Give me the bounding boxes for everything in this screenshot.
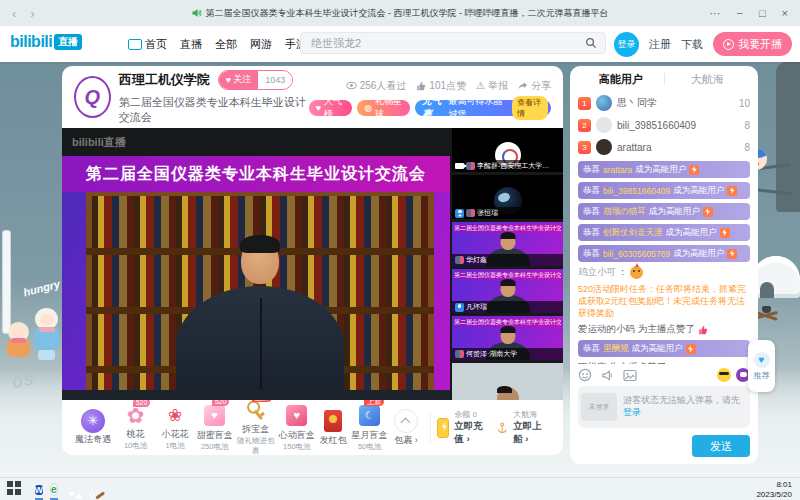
high-energy-rank-badge: 2 [578,119,591,132]
flower-icon: ✿ [124,404,148,428]
register-link[interactable]: 注册 [649,37,671,52]
activity-notice: 520活动限时任务：任务即将结束，抓紧完成获取2元红包奖励吧！未完成任务将无法获… [578,283,750,319]
taskbar-browser[interactable]: e [50,479,58,500]
gift-heart-box[interactable]: ♥ 心动盲盒 150电池 [277,403,317,452]
send-button[interactable]: 发送 [692,435,750,457]
taskbar-word[interactable]: W [35,479,44,500]
flame-icon: ♥ [316,103,321,113]
collapse-gifts-button[interactable] [394,409,418,433]
speaker-person [241,238,279,284]
streamer-avatar[interactable]: Q [74,76,111,118]
clock-date: 2023/5/20 [756,490,792,500]
red-envelope-icon [321,410,345,434]
high-energy-badge-icon [703,207,713,217]
like-count[interactable]: 101点赞 [416,79,466,93]
rose-icon: ❀ [163,404,187,428]
report-button[interactable]: ⚠举报 [476,79,508,93]
start-button[interactable] [7,481,21,498]
participant-thumbnail[interactable]: 第二届全国仪器类专业本科生毕业设计交流会 华灯鑫 [452,222,563,266]
desk-edge [62,390,450,400]
eye-icon [346,81,357,90]
image-icon[interactable] [623,369,637,382]
board-button[interactable]: 立即上船 › [513,420,547,446]
minimize-icon[interactable]: − [736,7,742,19]
participant-thumbnails: 李醒群-西安理工大学… 张恒瑞 第二届全国仪器类专业本科生毕业设计交流会 华灯鑫… [452,128,563,400]
gift-star-moon-box[interactable]: 上新 ☾ 星月盲盒 50电池 [350,403,390,452]
forward-icon[interactable]: › [30,6,34,21]
user-name: arattara [617,142,651,153]
recommend-float-widget[interactable]: ♥ 推荐 [748,340,775,392]
close-icon[interactable]: × [782,7,788,19]
share-button[interactable]: 分享 [518,79,551,93]
igloo-decor [752,256,800,298]
login-button[interactable]: 登录 [614,32,639,57]
nav-all[interactable]: 全部 [215,37,237,52]
tv-icon [128,39,142,50]
congrats-banner: 恭喜bili_60305605769成为高能用户 [578,245,750,262]
gift-treasure-key[interactable]: 上新 拆宝盒 随礼物进包裹 [234,399,277,455]
congrats-banner: 恭喜arattara成为高能用户 [578,161,750,178]
participant-thumbnail[interactable]: 张恒瑞 [452,175,563,219]
danmaku-input-box[interactable]: 未登录 游客状态无法输入弹幕，请先登录 [578,386,750,428]
event-banner[interactable]: 元气赛最高可得水晶城堡查看详情 [415,100,551,116]
thumb-up-icon [416,81,426,91]
participant-thumbnail[interactable] [452,363,563,400]
congrats-banner: 恭喜创殿仗剑走天涯成为高能用户 [578,224,750,241]
camera-icon [455,163,464,169]
high-energy-badge-icon [727,249,737,259]
participant-thumbnail[interactable]: 第二届全国仪器类专业本科生毕业设计交流会 凡环瑞 [452,269,563,313]
input-placeholder: 游客状态无法输入弹幕，请先登录 [623,395,744,418]
streamer-name: 西理工机仪学院 [119,71,210,89]
video-player[interactable]: bilibili直播 第二届全国仪器类专业本科生毕业设计交流会 李醒群-西安理工… [62,128,563,400]
horn-icon[interactable] [601,369,614,382]
search-input[interactable] [309,36,585,50]
follow-button[interactable]: ♥关注 1043 [218,70,293,90]
nav-pc-games[interactable]: 网游 [250,37,272,52]
popularity-rank-badge[interactable]: ♥人气榜 [309,100,353,116]
gift-bar: ✳ 魔法奇遇 520 ✿ 桃花 10电池 ❀ 小花花 1电池 520 ♥ [62,400,563,455]
cool-emote-icon[interactable] [717,368,731,382]
chicken-emote-icon [630,266,643,279]
gift-peach-blossom[interactable]: 520 ✿ 桃花 10电池 [116,404,156,451]
participant-thumbnail[interactable]: 李醒群-西安理工大学… [452,128,563,172]
taskbar-clock[interactable]: 8:01 2023/5/20 [756,480,792,499]
anchor-icon [496,420,508,436]
browser-menu-icon[interactable]: ⋯ [709,7,720,20]
search-icon[interactable] [585,37,597,49]
tab-fleet[interactable]: 大航海 [665,72,751,87]
heart-box-icon: ♥ [285,405,309,429]
gift-planet-badge[interactable]: ◍礼物星球 [357,100,410,116]
guest-badge: 未登录 [581,393,617,421]
high-energy-rank-badge: 1 [578,97,591,110]
event-detail-link[interactable]: 查看详情 [512,96,548,120]
heart-icon: ♥ [226,75,231,85]
nav-live[interactable]: 直播 [180,37,202,52]
download-link[interactable]: 下载 [681,37,703,52]
bilibili-live-logo[interactable]: bilibili 直播 [10,33,82,51]
gift-sweet-box[interactable]: 520 ♥ 甜蜜盲盒 250电池 [195,403,235,452]
gift-small-flower[interactable]: ❀ 小花花 1电池 [155,404,195,451]
clock-time: 8:01 [756,480,792,490]
gift-magic[interactable]: ✳ 魔法奇遇 [70,409,116,446]
warning-icon: ⚠ [476,80,485,91]
ranked-user-row[interactable]: 3 arattara 8 [578,136,750,158]
back-icon[interactable]: ‹ [12,6,16,21]
start-broadcast-button[interactable]: 我要开播 [713,32,792,56]
package-link[interactable]: 包裹 › [389,434,422,447]
restore-icon[interactable]: □ [759,7,766,19]
site-header: bilibili 直播 首页 直播 全部 网游 手游 单机游戏 更多 登录 注册… [0,26,800,62]
high-energy-badge-icon [727,186,737,196]
nav-home[interactable]: 首页 [128,37,167,52]
ranked-user-row[interactable]: 2 bili_39851660409 8 [578,114,750,136]
ranked-user-row[interactable]: 1 思丶同学 10 [578,92,750,114]
login-link[interactable]: 登录 [623,407,641,417]
browser-e-icon: e [50,483,58,496]
tab-high-energy-users[interactable]: 高能用户 [578,72,664,87]
emoji-icon[interactable] [578,368,592,382]
chibi-character-blue [33,308,60,362]
gift-red-envelope[interactable]: 发红包 [317,409,350,447]
high-energy-badge-icon [720,228,730,238]
recharge-button[interactable]: 立即充值 › [454,420,488,446]
follow-count: 1043 [258,75,292,85]
participant-thumbnail[interactable]: 第二届全国仪器类专业本科生毕业设计交流会 何赟泽·湖南大学 [452,316,563,360]
